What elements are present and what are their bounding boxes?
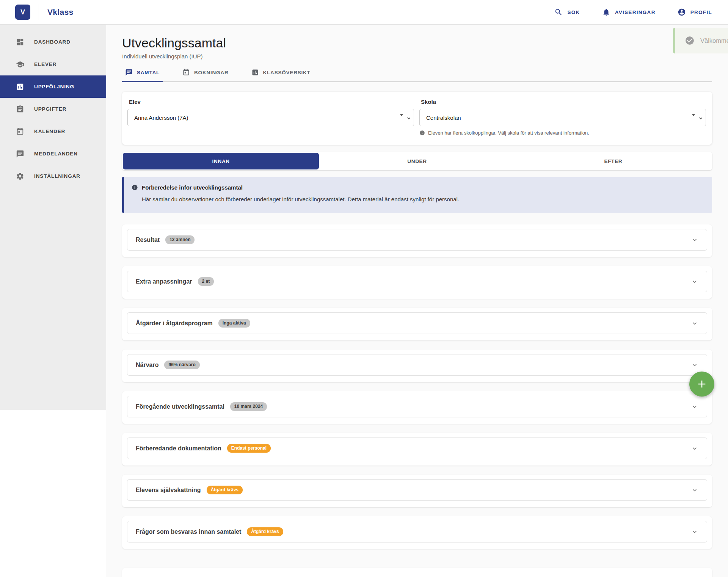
accordion-header[interactable]: Förberedande dokumentation Endast person… [127,437,707,459]
school-hint: Eleven har flera skolkopplingar. Välj sk… [419,130,706,136]
info-banner: Förberedelse inför utvecklingssamtal Här… [122,177,712,213]
phase-label: INNAN [212,158,230,164]
logo-letter: V [20,8,25,16]
phase-button-efter[interactable]: EFTER [515,153,711,169]
section-card-extra-anpassningar: Extra anpassningar 2 st [122,266,712,299]
tab-klass-versikt[interactable]: KLASSÖVERSIKT [248,65,314,81]
accordion-header[interactable]: Elevens självskattning Åtgärd krävs [127,479,707,501]
section-card-elevens-sj-lvskattning: Elevens självskattning Åtgärd krävs [122,475,712,507]
sidebar-item-label: DASHBOARD [34,39,71,45]
accordion-title: Föregående utvecklingssamtal [136,403,224,410]
info-banner-title: Förberedelse inför utvecklingssamtal [142,184,243,191]
accordion-header[interactable]: Resultat 12 ämnen [127,229,707,251]
page-title: Utvecklingssamtal [122,35,712,50]
sidebar-item-label: UPPFÖLJNING [34,84,74,89]
notifications-button[interactable]: AVISERINGAR [602,8,656,16]
accordion-header[interactable]: Närvaro 96% närvaro [127,354,707,376]
add-button[interactable] [689,372,714,397]
school-select[interactable]: Centralskolan [419,109,706,126]
phase-label: UNDER [407,158,427,164]
chart-icon [16,83,24,91]
chevron-down-icon[interactable] [691,236,698,244]
partial-card [122,568,712,577]
chevron-down-icon[interactable] [691,278,698,285]
school-hint-text: Eleven har flera skolkopplingar. Välj sk… [428,130,589,136]
toast-message: Välkommen ti [700,37,728,44]
section-card-f-reg-ende-utvecklingssamtal: Föregående utvecklingssamtal 10 mars 202… [122,391,712,424]
chevron-down-icon[interactable] [691,528,698,536]
section-card-tg-rder-i-tg-rdsprogram: Åtgärder i åtgärdsprogram Inga aktiva [122,308,712,340]
chevron-down-icon[interactable] [691,361,698,369]
status-badge: 12 ämnen [165,235,195,244]
accordion-header[interactable]: Åtgärder i åtgärdsprogram Inga aktiva [127,312,707,334]
sidebar-item-uppf-ljning[interactable]: UPPFÖLJNING [0,75,106,98]
status-badge: Endast personal [227,444,271,453]
sidebar-item-label: MEDDELANDEN [34,151,78,157]
accordion-title: Förberedande dokumentation [136,445,221,452]
tab-label: BOKNINGAR [194,70,228,75]
topbar-actions: SÖK AVISERINGAR PROFIL [554,8,728,16]
student-select-label: Elev [127,98,414,109]
accordion-title: Åtgärder i åtgärdsprogram [136,320,213,327]
profile-button[interactable]: PROFIL [678,8,712,16]
status-badge: Inga aktiva [218,319,250,328]
sidebar: DASHBOARD ELEVER UPPFÖLJNING UPPGIFTER K… [0,25,106,410]
main-content: Utvecklingssamtal Individuell utveckling… [106,25,728,577]
chat-icon [16,150,24,158]
person-icon [678,8,686,16]
status-badge: Åtgärd krävs [207,486,243,494]
accordion-title: Närvaro [136,362,158,368]
tab-label: KLASSÖVERSIKT [263,70,311,75]
accordion-header[interactable]: Frågor som besvaras innan samtalet Åtgär… [127,521,707,543]
accordion-title: Resultat [136,237,160,243]
sidebar-item-meddelanden[interactable]: MEDDELANDEN [0,143,106,165]
topbar-divider [39,4,39,20]
plus-icon [696,378,708,390]
dashboard-icon [16,38,24,46]
section-card-n-rvaro: Närvaro 96% närvaro [122,350,712,382]
topbar: V Vklass SÖK AVISERINGAR PROFIL [0,0,728,25]
profile-label: PROFIL [690,9,712,15]
chart-icon [251,69,259,76]
chevron-down-icon[interactable] [691,403,698,411]
tab-label: SAMTAL [137,70,160,75]
school-filter: Skola Centralskolan Eleven har flera sko… [419,98,706,136]
status-badge: 2 st [198,277,214,286]
search-icon [554,8,563,16]
search-label: SÖK [567,9,580,15]
tab-samtal[interactable]: SAMTAL [122,65,163,81]
sidebar-item-dashboard[interactable]: DASHBOARD [0,31,106,53]
chevron-down-icon[interactable] [691,486,698,494]
phase-button-innan[interactable]: INNAN [123,153,319,169]
chevron-down-icon[interactable] [691,445,698,452]
section-card-resultat: Resultat 12 ämnen [122,224,712,257]
student-filter: Elev Anna Andersson (7A) [127,98,414,136]
search-button[interactable]: SÖK [554,8,580,16]
chevron-down-icon [698,115,704,121]
bell-icon [602,8,610,16]
school-select-label: Skola [419,98,706,109]
sidebar-item-inst-llningar[interactable]: INSTÄLLNINGAR [0,165,106,187]
school-icon [16,60,24,69]
brand-name: Vklass [47,8,73,17]
clipboard-icon [16,105,24,113]
sidebar-item-elever[interactable]: ELEVER [0,53,106,75]
sidebar-item-uppgifter[interactable]: UPPGIFTER [0,98,106,120]
accordion-title: Elevens självskattning [136,487,201,494]
tab-bar: SAMTAL BOKNINGAR KLASSÖVERSIKT [122,65,712,82]
sidebar-item-kalender[interactable]: KALENDER [0,120,106,143]
student-select[interactable]: Anna Andersson (7A) [127,109,414,126]
sidebar-item-label: INSTÄLLNINGAR [34,173,80,179]
student-select-value: Anna Andersson (7A) [134,114,188,121]
status-badge: 10 mars 2024 [230,402,267,411]
phase-button-under[interactable]: UNDER [319,153,515,169]
app-logo[interactable]: V [15,5,30,20]
sidebar-item-label: ELEVER [34,61,56,67]
sidebar-item-label: KALENDER [34,129,65,134]
status-badge: 96% närvaro [164,361,199,369]
page-subtitle: Individuell utvecklingsplan (IUP) [122,53,712,60]
chevron-down-icon[interactable] [691,320,698,327]
accordion-header[interactable]: Föregående utvecklingssamtal 10 mars 202… [127,396,707,417]
accordion-header[interactable]: Extra anpassningar 2 st [127,271,707,292]
tab-bokningar[interactable]: BOKNINGAR [179,65,231,81]
